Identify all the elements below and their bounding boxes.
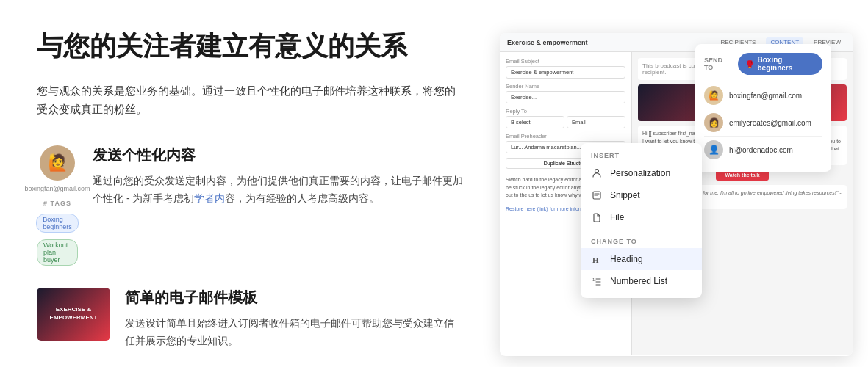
- main-heading: 与您的关注者建立有意义的关系: [37, 29, 463, 64]
- panel-item-snippet[interactable]: Snippet: [581, 184, 702, 206]
- panel-item-numbered-list-label: Numbered List: [610, 276, 667, 286]
- subscriber-row-1: 🙋 boxingfan@gmail.com: [704, 82, 822, 109]
- left-panel: 与您的关注者建立有意义的关系 您与观众的关系是您业务的基础。通过一致且个性化的电…: [37, 29, 463, 367]
- tag-boxing-beginners: Boxing beginners: [36, 214, 79, 233]
- subscriber-row-2: 👩 emilycreates@gmail.com: [704, 109, 822, 137]
- tags-label-1: # TAGS: [43, 200, 71, 207]
- subtitle: 您与观众的关系是您业务的基础。通过一致且个性化的电子邮件培养这种联系，将您的受众…: [37, 81, 463, 119]
- panel-item-file[interactable]: File: [581, 206, 702, 228]
- panel-item-heading-label: Heading: [610, 254, 643, 264]
- editor-title: Exercise & empowerment: [507, 39, 588, 46]
- feature-2: EXERCISE & EMPOWERMENT 简单的电子邮件模板 发送设计简单且…: [37, 288, 463, 350]
- subscriber-avatar-3: 👤: [704, 140, 723, 159]
- panel-item-heading[interactable]: H Heading: [581, 248, 702, 270]
- panel-item-file-label: File: [610, 212, 624, 222]
- subscriber-avatar-1: 🙋: [704, 86, 723, 105]
- person-icon: [591, 167, 603, 179]
- heading-icon: H: [591, 253, 603, 265]
- email-preheader-label: Email Preheader: [506, 133, 625, 139]
- subscriber-email-2: emilycreates@gmail.com: [729, 119, 811, 127]
- avatar-circle-1: 🙋: [40, 145, 75, 181]
- sender-name-input[interactable]: Exercise...: [506, 91, 625, 103]
- svg-text:H: H: [592, 255, 599, 264]
- subscriber-email-1: boxingfan@gmail.com: [729, 92, 802, 100]
- avatar-email-1: boxingfan@gmail.com: [24, 185, 90, 192]
- send-to-label: SEND TO: [704, 57, 732, 71]
- insert-panel: INSERT Personalization Snippet: [581, 143, 702, 298]
- subscriber-avatar-2: 👩: [704, 113, 723, 132]
- highlight-text: 学者内: [194, 192, 225, 204]
- panel-item-personalization[interactable]: Personalization: [581, 162, 702, 184]
- subscriber-row-3: 👤 hi@ordenadoc.com: [704, 137, 822, 163]
- feature-2-title: 简单的电子邮件模板: [125, 288, 463, 308]
- send-to-tag-label: Boxing beginners: [758, 56, 816, 72]
- subscriber-email-3: hi@ordenadoc.com: [729, 146, 793, 154]
- feature-1-title: 发送个性化内容: [93, 145, 463, 165]
- feature-2-desc: 发送设计简单且始终进入订阅者收件箱的电子邮件可帮助您与受众建立信任并展示您的专业…: [125, 315, 463, 350]
- email-subject-label: Email Subject: [506, 58, 625, 65]
- panel-item-numbered-list[interactable]: 1. Numbered List: [581, 270, 702, 292]
- reply-to-label: Reply To: [506, 108, 625, 115]
- send-card: SEND TO 🥊 Boxing beginners 🙋 boxingfan@g…: [695, 44, 831, 172]
- reply-to-email[interactable]: Email: [567, 116, 625, 128]
- change-to-section-label: CHANGE TO: [581, 238, 702, 245]
- reply-to-field: Reply To B select Email: [506, 108, 625, 128]
- feature-1-content: 发送个性化内容 通过向您的受众发送定制内容，为他们提供他们真正需要的内容，让电子…: [93, 145, 463, 208]
- right-panel: Exercise & empowerment RECIPIENTS CONTEN…: [492, 29, 831, 367]
- panel-item-personalization-label: Personalization: [610, 168, 670, 178]
- feature-2-image-text: EXERCISE & EMPOWERMENT: [50, 306, 98, 321]
- numbered-list-icon: 1.: [591, 275, 603, 287]
- feature-1: 🙋 boxingfan@gmail.com # TAGS Boxing begi…: [37, 145, 463, 266]
- snippet-icon: [591, 189, 603, 201]
- feature-1-desc: 通过向您的受众发送定制内容，为他们提供他们真正需要的内容，让电子邮件更加个性化 …: [93, 172, 463, 208]
- svg-text:1.: 1.: [592, 277, 596, 282]
- boxing-icon: 🥊: [745, 60, 754, 68]
- sender-name-label: Sender Name: [506, 83, 625, 90]
- panel-item-snippet-label: Snippet: [610, 190, 640, 200]
- insert-section-label: INSERT: [581, 152, 702, 159]
- tag-workout-plan: Workout plan buyer: [37, 239, 78, 266]
- reply-to-name[interactable]: B select: [506, 116, 564, 128]
- svg-point-0: [595, 170, 599, 173]
- send-to-pill[interactable]: 🥊 Boxing beginners: [738, 53, 823, 75]
- send-to-row: SEND TO 🥊 Boxing beginners: [704, 53, 822, 75]
- feature-2-image: EXERCISE & EMPOWERMENT: [37, 288, 110, 341]
- avatar-emoji-1: 🙋: [48, 153, 68, 172]
- file-icon: [591, 211, 603, 223]
- email-subject-field: Email Subject Exercise & empowerment: [506, 58, 625, 79]
- panel-divider: [581, 233, 702, 233]
- email-subject-input[interactable]: Exercise & empowerment: [506, 66, 625, 79]
- sender-name-field: Sender Name Exercise...: [506, 83, 625, 103]
- feature-1-avatar: 🙋 boxingfan@gmail.com # TAGS Boxing begi…: [37, 145, 78, 266]
- feature-2-content: 简单的电子邮件模板 发送设计简单且始终进入订阅者收件箱的电子邮件可帮助您与受众建…: [125, 288, 463, 350]
